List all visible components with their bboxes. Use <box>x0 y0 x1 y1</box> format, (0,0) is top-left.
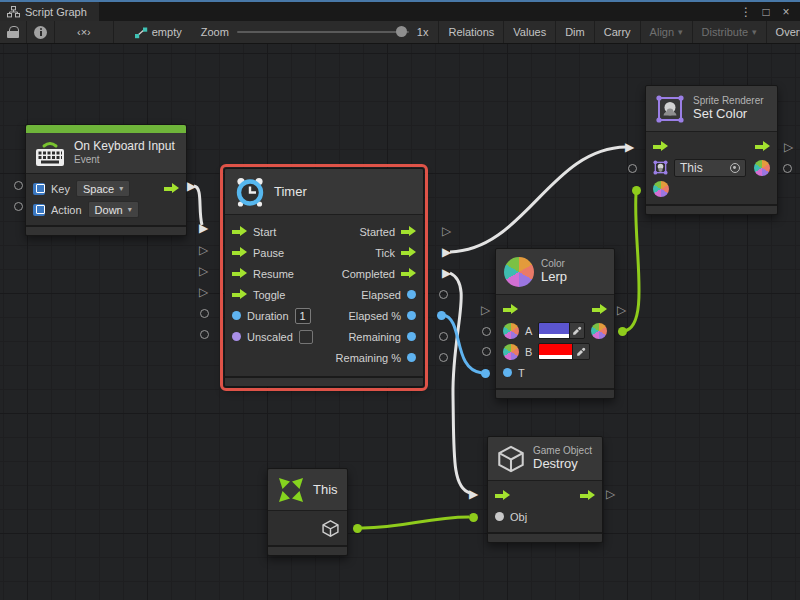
port-timer-elapsed-pct-out[interactable] <box>437 311 446 320</box>
port-timer-unscaled-in[interactable] <box>200 330 209 339</box>
node-color-lerp[interactable]: Color Lerp A B T <box>495 248 615 399</box>
flow-in-arrow[interactable] <box>503 304 518 315</box>
value-in-dot[interactable] <box>232 311 241 320</box>
color-b-swatch[interactable] <box>539 344 572 359</box>
port-timer-toggle-in[interactable]: ▷ <box>199 286 208 298</box>
flow-out-arrow[interactable] <box>401 226 416 237</box>
port-destroy-obj-in[interactable] <box>469 513 478 522</box>
chevron-down-icon: ▾ <box>119 184 123 193</box>
color-in-wheel-icon[interactable] <box>653 181 669 197</box>
port-timer-duration-in[interactable] <box>200 309 209 318</box>
key-dropdown[interactable]: Space▾ <box>76 180 130 197</box>
port-this-out[interactable] <box>353 524 362 533</box>
node-set-color[interactable]: Sprite Renderer Set Color This <box>645 85 778 215</box>
color-out-wheel-icon[interactable] <box>591 323 607 339</box>
object-picker-icon[interactable] <box>730 163 740 173</box>
timer-node-header[interactable]: Timer <box>225 169 423 215</box>
port-lerp-a-in[interactable] <box>482 327 491 336</box>
dim-button[interactable]: Dim <box>555 21 594 43</box>
unscaled-checkbox[interactable] <box>299 330 313 344</box>
flow-out-arrow[interactable] <box>592 304 607 315</box>
zoom-slider[interactable] <box>237 31 409 33</box>
port-setcolor-value-out[interactable] <box>783 164 792 173</box>
duration-input[interactable]: 1 <box>295 308 311 324</box>
port-timer-pause-in[interactable]: ▷ <box>199 244 208 256</box>
color-b-field[interactable] <box>538 343 590 360</box>
port-timer-completed-out[interactable]: ▶ <box>442 267 451 279</box>
port-keyboard-key-in[interactable] <box>14 181 23 190</box>
value-out-dot[interactable] <box>407 332 416 341</box>
port-keyboard-action-in[interactable] <box>14 202 23 211</box>
node-this[interactable]: This <box>267 468 348 556</box>
color-a-swatch[interactable] <box>539 323 568 338</box>
flow-in-arrow[interactable] <box>232 268 247 279</box>
this-node-header[interactable]: This <box>268 469 347 511</box>
port-timer-tick-out[interactable]: ▶ <box>442 246 451 258</box>
flow-in-arrow[interactable] <box>232 247 247 258</box>
color-out-wheel-icon[interactable] <box>754 160 770 176</box>
setcolor-node-header[interactable]: Sprite Renderer Set Color <box>646 86 777 132</box>
target-object-field[interactable]: This <box>674 159 746 177</box>
node-on-keyboard-input[interactable]: On Keyboard Input Event Key Space▾ Actio… <box>25 124 187 236</box>
eyedropper-icon[interactable] <box>569 323 584 338</box>
port-timer-start-in[interactable]: ▶ <box>199 222 208 234</box>
port-destroy-flow-out[interactable]: ▷ <box>606 488 615 500</box>
port-lerp-color-out[interactable] <box>618 327 627 336</box>
flow-in-arrow[interactable] <box>232 226 247 237</box>
eyedropper-icon[interactable] <box>572 344 589 359</box>
port-setcolor-color-in[interactable] <box>632 186 641 195</box>
lock-button[interactable] <box>0 21 27 43</box>
lerp-node-header[interactable]: Color Lerp <box>496 249 614 295</box>
flow-out-arrow[interactable] <box>164 183 179 194</box>
flow-in-arrow[interactable] <box>495 490 510 501</box>
port-timer-elapsed-out[interactable] <box>439 290 448 299</box>
align-button[interactable]: Align▾ <box>640 21 692 43</box>
value-out-dot[interactable] <box>407 311 416 320</box>
value-out-dot[interactable] <box>407 290 416 299</box>
inspector-button[interactable] <box>27 21 55 43</box>
keyboard-node-header[interactable]: On Keyboard Input Event <box>26 133 186 174</box>
port-timer-remaining-pct-out[interactable] <box>439 353 448 362</box>
tab-script-graph[interactable]: Script Graph <box>0 2 99 21</box>
action-dropdown[interactable]: Down▾ <box>88 201 139 218</box>
carry-button[interactable]: Carry <box>594 21 640 43</box>
flow-in-arrow[interactable] <box>232 289 247 300</box>
destroy-node-header[interactable]: Game Object Destroy <box>488 437 602 481</box>
port-setcolor-target-in[interactable] <box>628 164 637 173</box>
port-lerp-b-in[interactable] <box>482 347 491 356</box>
bool-in-dot[interactable] <box>232 332 241 341</box>
flow-out-arrow[interactable] <box>401 268 416 279</box>
flow-out-arrow[interactable] <box>580 490 595 501</box>
color-a-field[interactable] <box>538 322 585 339</box>
node-destroy[interactable]: Game Object Destroy Obj <box>487 436 603 543</box>
close-icon[interactable]: × <box>778 5 794 19</box>
port-keyboard-flow-out[interactable]: ▶ <box>187 180 196 192</box>
graph-breadcrumb[interactable]: empty <box>114 21 191 43</box>
node-timer[interactable]: Timer Start Started Pause Tick Resume Co… <box>224 168 424 387</box>
flow-in-arrow[interactable] <box>653 141 668 152</box>
relations-button[interactable]: Relations <box>438 21 503 43</box>
action-port-row: Action Down▾ <box>26 199 186 220</box>
port-lerp-flow-out[interactable]: ▷ <box>617 304 626 316</box>
flow-out-arrow[interactable] <box>755 141 770 152</box>
zoom-control: Zoom 1x <box>191 21 439 43</box>
port-setcolor-flow-out[interactable]: ▷ <box>784 141 793 153</box>
distribute-button[interactable]: Distribute▾ <box>692 21 766 43</box>
port-timer-remaining-out[interactable] <box>439 332 448 341</box>
port-timer-started-out[interactable]: ▷ <box>442 225 451 237</box>
port-destroy-flow-in[interactable]: ▶ <box>469 488 478 500</box>
port-timer-resume-in[interactable]: ▷ <box>199 265 208 277</box>
value-out-dot[interactable] <box>407 353 416 362</box>
maximize-icon[interactable]: □ <box>758 5 774 19</box>
port-setcolor-flow-in[interactable]: ▶ <box>625 141 634 153</box>
zoom-slider-handle[interactable] <box>396 26 407 37</box>
value-in-dot[interactable] <box>495 512 504 521</box>
port-lerp-flow-in[interactable]: ▷ <box>481 304 490 316</box>
overview-button[interactable]: Overview <box>766 21 800 43</box>
port-lerp-t-in[interactable] <box>481 369 490 378</box>
values-button[interactable]: Values <box>503 21 555 43</box>
window-menu-icon[interactable]: ⋮ <box>738 5 754 19</box>
flow-out-arrow[interactable] <box>401 247 416 258</box>
value-in-dot[interactable] <box>503 368 512 377</box>
code-view-button[interactable]: ‹×› <box>55 21 114 43</box>
